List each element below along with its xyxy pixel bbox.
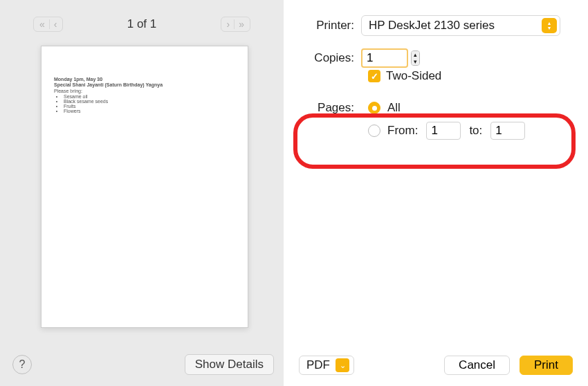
pages-all-label: All: [387, 101, 401, 115]
pages-all-row: Pages: All: [299, 101, 573, 115]
pdf-menu-button[interactable]: PDF ⌄: [299, 356, 354, 375]
list-item: Flowers: [64, 109, 235, 113]
copies-stepper[interactable]: ▴ ▾: [411, 50, 420, 66]
preview-date: Monday 1pm, May 30: [54, 77, 235, 82]
list-item: Fruits: [64, 104, 235, 109]
pages-label: Pages:: [299, 101, 361, 115]
next-page-icon: ›: [227, 19, 230, 29]
cancel-button[interactable]: Cancel: [444, 356, 510, 375]
pages-all-radio[interactable]: [368, 102, 380, 114]
printer-row: Printer: HP DeskJet 2130 series: [299, 15, 573, 36]
preview-nav: « ‹ 1 of 1 › »: [0, 0, 284, 39]
printer-value: HP DeskJet 2130 series: [369, 19, 495, 33]
preview-title: Special Shani Jayanti (Saturn Birthday) …: [54, 82, 235, 87]
two-sided-checkbox[interactable]: ✓: [368, 70, 380, 82]
preview-panel: « ‹ 1 of 1 › » Monday 1pm, May 30 Specia…: [0, 0, 284, 386]
printer-select[interactable]: HP DeskJet 2130 series: [361, 15, 560, 36]
copies-label: Copies:: [299, 51, 361, 65]
list-item: Sesame oil: [64, 94, 235, 99]
pdf-label: PDF: [306, 358, 330, 372]
two-sided-row: ✓ Two-Sided: [368, 69, 573, 83]
first-page-icon: «: [39, 19, 45, 29]
print-dialog: « ‹ 1 of 1 › » Monday 1pm, May 30 Specia…: [0, 0, 588, 386]
nav-divider: [234, 19, 235, 29]
pages-from-input[interactable]: [426, 122, 461, 140]
prev-page-group[interactable]: « ‹: [33, 17, 63, 32]
select-stepper-icon: [542, 18, 557, 33]
next-page-group[interactable]: › »: [221, 17, 250, 32]
preview-intro: Please bring:: [54, 89, 235, 93]
prev-page-icon: ‹: [54, 19, 57, 29]
pages-range-radio[interactable]: [368, 125, 380, 137]
chevron-down-icon: ⌄: [336, 358, 349, 372]
preview-list: Sesame oil Black sesame seeds Fruits Flo…: [61, 94, 235, 113]
copies-row: Copies: ▴ ▾: [299, 48, 573, 68]
pages-to-label: to:: [469, 124, 482, 138]
two-sided-label: Two-Sided: [386, 69, 441, 83]
help-button[interactable]: ?: [12, 355, 32, 374]
pages-block: Pages: All From: to:: [299, 101, 573, 147]
last-page-icon: »: [239, 19, 244, 29]
pages-range-row: From: to:: [368, 122, 573, 140]
stepper-down-icon[interactable]: ▾: [412, 58, 419, 65]
dialog-footer: PDF ⌄ Cancel Print: [299, 347, 573, 375]
pages-from-label: From:: [387, 124, 418, 138]
dialog-actions: Cancel Print: [444, 356, 573, 375]
preview-footer: ? Show Details: [0, 346, 284, 386]
stepper-up-icon[interactable]: ▴: [412, 51, 419, 58]
copies-input[interactable]: [361, 48, 408, 68]
preview-area: Monday 1pm, May 30 Special Shani Jayanti…: [0, 39, 284, 346]
show-details-button[interactable]: Show Details: [185, 354, 274, 375]
printer-label: Printer:: [299, 19, 361, 33]
list-item: Black sesame seeds: [64, 99, 235, 104]
nav-divider: [49, 19, 50, 29]
pages-to-input[interactable]: [490, 122, 525, 140]
preview-page: Monday 1pm, May 30 Special Shani Jayanti…: [41, 46, 248, 328]
options-panel: Printer: HP DeskJet 2130 series Copies: …: [284, 0, 588, 386]
page-counter: 1 of 1: [127, 17, 157, 31]
print-button[interactable]: Print: [520, 356, 573, 375]
